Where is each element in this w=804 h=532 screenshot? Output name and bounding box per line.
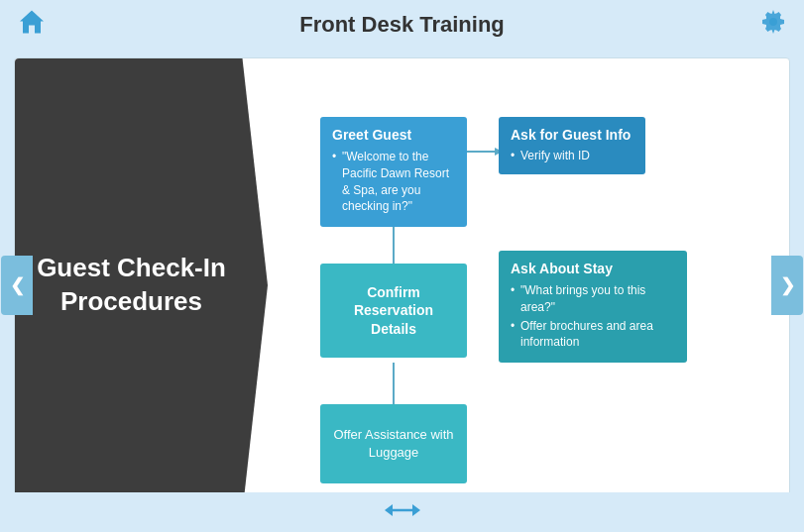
box-ask-info-content: • Verify with ID — [511, 149, 633, 162]
bullet-dot: • — [511, 282, 517, 299]
flowchart: Greet Guest • "Welcome to the Pacific Da… — [320, 97, 737, 474]
box-ask-stay-bullet1: "What brings you to this area?" — [520, 282, 675, 316]
bullet-dot: • — [511, 149, 517, 162]
home-icon[interactable] — [18, 9, 46, 42]
navigate-icon[interactable] — [385, 498, 420, 526]
box-ask-stay-bullet2: Offer brochures and area information — [520, 318, 675, 352]
nav-prev-button[interactable]: ❮ — [1, 256, 33, 315]
header: Front Desk Training — [0, 0, 804, 50]
main-container: ❮ Guest Check-In Procedures Greet G — [14, 57, 790, 513]
box-ask-info-text: Verify with ID — [520, 149, 590, 162]
svg-marker-9 — [385, 504, 393, 516]
box-ask-about-stay: Ask About Stay • "What brings you to thi… — [499, 251, 687, 363]
box-ask-stay-content: • "What brings you to this area?" • Offe… — [511, 282, 675, 351]
bottom-bar — [0, 492, 804, 532]
svg-marker-10 — [412, 504, 420, 516]
box-ask-stay-title: Ask About Stay — [511, 261, 675, 276]
svg-marker-0 — [20, 11, 44, 34]
box-confirm-reservation: Confirm Reservation Details — [320, 264, 467, 358]
nav-next-button[interactable]: ❯ — [771, 256, 803, 315]
box-greet-text: "Welcome to the Pacific Dawn Resort & Sp… — [342, 149, 455, 215]
settings-icon[interactable] — [760, 9, 786, 41]
bullet-dot: • — [332, 149, 338, 165]
flowchart-area: Greet Guest • "Welcome to the Pacific Da… — [268, 58, 789, 512]
page-title: Front Desk Training — [299, 12, 505, 38]
box-greet-title: Greet Guest — [332, 127, 455, 143]
box-ask-guest-info: Ask for Guest Info • Verify with ID — [499, 117, 645, 174]
box-confirm-title: Confirm Reservation Details — [332, 283, 455, 338]
box-luggage: Offer Assistance with Luggage — [320, 404, 467, 483]
box-luggage-title: Offer Assistance with Luggage — [332, 426, 455, 462]
box-ask-info-title: Ask for Guest Info — [511, 127, 633, 143]
left-chevron-icon: ❮ — [10, 274, 25, 296]
box-greet-content: • "Welcome to the Pacific Dawn Resort & … — [332, 149, 455, 215]
left-panel-title: Guest Check-In Procedures — [35, 252, 248, 319]
bullet-dot: • — [511, 318, 517, 335]
left-panel: Guest Check-In Procedures — [15, 58, 268, 512]
right-chevron-icon: ❯ — [780, 274, 795, 296]
box-greet-guest: Greet Guest • "Welcome to the Pacific Da… — [320, 117, 467, 227]
